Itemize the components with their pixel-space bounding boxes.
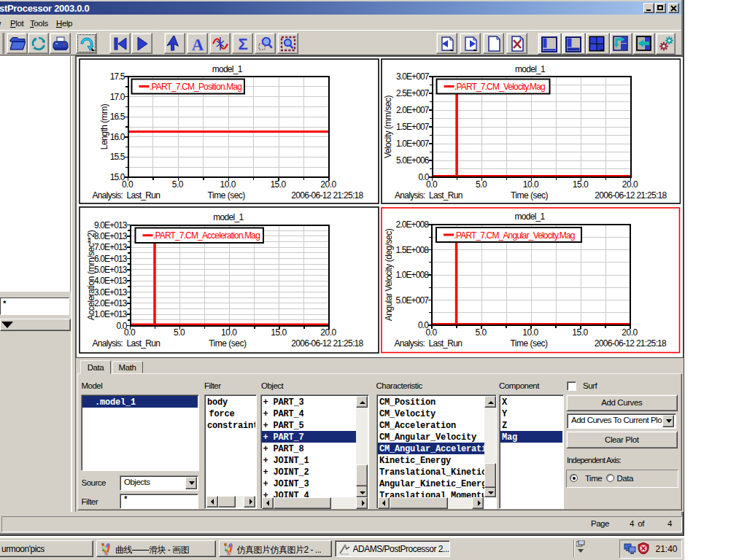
svg-text:20.0: 20.0 bbox=[320, 327, 336, 338]
svg-text:model_1: model_1 bbox=[212, 63, 242, 74]
svg-text:Length (mm): Length (mm) bbox=[98, 104, 109, 149]
svg-text:A: A bbox=[192, 36, 204, 52]
svg-text:15.5: 15.5 bbox=[109, 152, 125, 162]
svg-text:10.0: 10.0 bbox=[522, 327, 538, 338]
svg-text:2006-06-12 21:25:18: 2006-06-12 21:25:18 bbox=[291, 190, 363, 201]
svg-text:2.0E+007: 2.0E+007 bbox=[395, 105, 429, 115]
svg-text:model_1: model_1 bbox=[514, 211, 545, 222]
svg-text:10.0: 10.0 bbox=[220, 179, 236, 190]
svg-text:10.0: 10.0 bbox=[522, 179, 538, 190]
svg-text:15.0: 15.0 bbox=[270, 179, 286, 190]
svg-text:5.0E+006: 5.0E+006 bbox=[395, 155, 429, 166]
svg-text:2006-06-12 21:25:18: 2006-06-12 21:25:18 bbox=[291, 338, 363, 349]
svg-text:Analysis: Last_Run: Analysis: Last_Run bbox=[92, 190, 160, 201]
svg-text:0.0: 0.0 bbox=[121, 179, 133, 190]
svg-text:1.0E+007: 1.0E+007 bbox=[395, 139, 429, 149]
svg-text:20.0: 20.0 bbox=[622, 179, 638, 190]
svg-text:1.0E+013: 1.0E+013 bbox=[93, 309, 127, 319]
svg-text:3.0E+007: 3.0E+007 bbox=[395, 71, 429, 82]
svg-text:6.0E+013: 6.0E+013 bbox=[93, 253, 127, 263]
svg-text:8.0E+013: 8.0E+013 bbox=[93, 230, 127, 241]
svg-text:Angular Velocity (deg/sec): Angular Velocity (deg/sec) bbox=[384, 228, 394, 321]
svg-text:Time (sec): Time (sec) bbox=[510, 190, 548, 201]
svg-text:.PART_7.CM_Position.Mag: .PART_7.CM_Position.Mag bbox=[150, 82, 241, 92]
svg-text:model_1: model_1 bbox=[213, 211, 244, 222]
svg-text:0.0: 0.0 bbox=[123, 327, 135, 338]
svg-text:.PART_7.CM_Angular_Velocity.Ma: .PART_7.CM_Angular_Velocity.Mag bbox=[454, 230, 575, 241]
svg-text:1.5E+008: 1.5E+008 bbox=[395, 245, 429, 255]
svg-text:Time (sec): Time (sec) bbox=[510, 338, 548, 349]
svg-text:20.0: 20.0 bbox=[622, 327, 638, 338]
svg-text:5.0: 5.0 bbox=[475, 179, 487, 190]
svg-text:16.0: 16.0 bbox=[109, 131, 125, 141]
svg-text:Analysis: Last_Run: Analysis: Last_Run bbox=[395, 338, 462, 349]
svg-text:Acceleration (mm/sec**2): Acceleration (mm/sec**2) bbox=[86, 230, 96, 320]
svg-text:5.0E+013: 5.0E+013 bbox=[93, 264, 127, 274]
svg-text:Time (sec): Time (sec) bbox=[209, 338, 247, 349]
svg-text:5.0: 5.0 bbox=[171, 179, 183, 190]
svg-text:17.5: 17.5 bbox=[109, 71, 125, 82]
svg-text:model_1: model_1 bbox=[514, 63, 545, 74]
svg-text:2006-06-12 21:25:18: 2006-06-12 21:25:18 bbox=[595, 190, 667, 201]
svg-text:4.0E+013: 4.0E+013 bbox=[93, 276, 127, 286]
svg-text:15.0: 15.0 bbox=[572, 327, 588, 338]
svg-text:Σ: Σ bbox=[238, 36, 247, 52]
svg-text:5.0: 5.0 bbox=[174, 327, 185, 338]
svg-text:1.0E+008: 1.0E+008 bbox=[395, 270, 429, 280]
svg-text:0.0: 0.0 bbox=[425, 327, 437, 338]
svg-text:10.0: 10.0 bbox=[221, 327, 237, 338]
svg-text:Analysis: Last_Run: Analysis: Last_Run bbox=[92, 338, 160, 349]
svg-text:9.0E+013: 9.0E+013 bbox=[93, 219, 127, 230]
svg-text:2.0E+008: 2.0E+008 bbox=[395, 219, 429, 230]
svg-text:1.5E+007: 1.5E+007 bbox=[395, 122, 429, 132]
svg-text:17.0: 17.0 bbox=[109, 91, 125, 101]
svg-text:Velocity (mm/sec): Velocity (mm/sec) bbox=[383, 95, 393, 158]
svg-text:.PART_7.CM_Acceleration.Mag: .PART_7.CM_Acceleration.Mag bbox=[153, 230, 260, 241]
svg-text:5.0: 5.0 bbox=[475, 327, 487, 338]
svg-text:15.0: 15.0 bbox=[572, 179, 588, 190]
svg-text:.PART_7.CM_Velocity.Mag: .PART_7.CM_Velocity.Mag bbox=[454, 82, 545, 92]
svg-text:Analysis: Last_Run: Analysis: Last_Run bbox=[395, 190, 462, 201]
svg-text:20.0: 20.0 bbox=[320, 179, 336, 190]
svg-text:15.0: 15.0 bbox=[271, 327, 287, 338]
svg-text:16.5: 16.5 bbox=[109, 112, 125, 122]
svg-text:2006-06-12 21:25:18: 2006-06-12 21:25:18 bbox=[595, 338, 667, 349]
svg-text:0.0: 0.0 bbox=[425, 179, 437, 190]
svg-text:2.0E+013: 2.0E+013 bbox=[93, 298, 127, 308]
svg-text:7.0E+013: 7.0E+013 bbox=[93, 242, 127, 252]
svg-text:3.0E+013: 3.0E+013 bbox=[93, 287, 127, 297]
svg-text:Time (sec): Time (sec) bbox=[207, 190, 245, 201]
svg-text:5.0E+007: 5.0E+007 bbox=[395, 295, 429, 306]
svg-text:2.5E+007: 2.5E+007 bbox=[395, 88, 429, 98]
